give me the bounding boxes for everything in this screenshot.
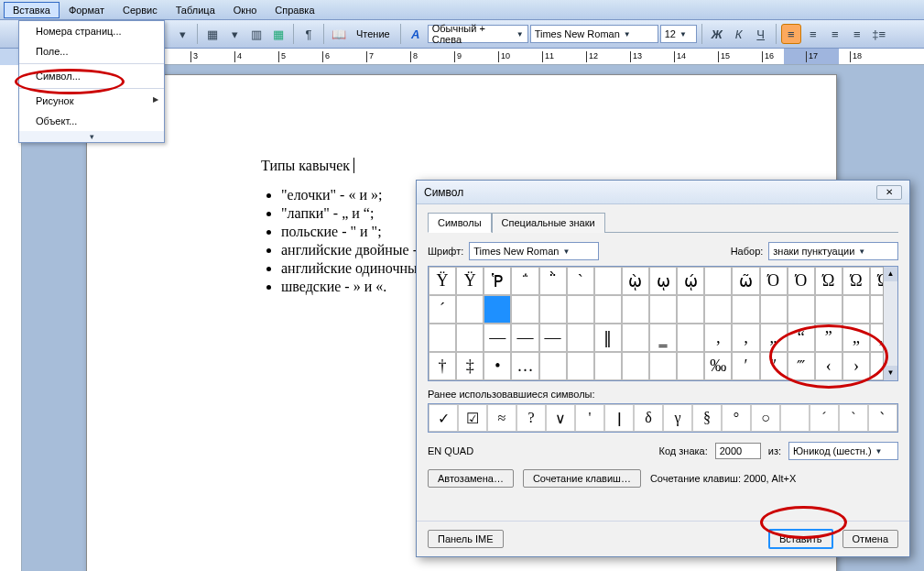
symbol-cell[interactable] <box>511 295 538 324</box>
symbol-cell[interactable]: ― <box>539 324 567 352</box>
recent-symbol-cell[interactable]: ´ <box>810 404 839 432</box>
styles-icon[interactable]: A <box>406 24 426 44</box>
symbol-cell[interactable]: ´ <box>429 295 456 324</box>
symbol-cell[interactable]: ῳ <box>649 267 677 295</box>
symbol-cell[interactable]: ‹ <box>815 352 842 380</box>
recent-symbol-cell[interactable]: § <box>692 404 722 432</box>
recent-symbol-cell[interactable]: ∨ <box>546 404 575 432</box>
bold-icon[interactable]: Ж <box>707 24 727 44</box>
symbol-cell[interactable]: „ <box>760 324 788 352</box>
recent-symbol-cell[interactable]: ≈ <box>487 404 516 432</box>
symbol-cell[interactable] <box>704 267 732 295</box>
columns-icon[interactable]: ▥ <box>246 24 266 44</box>
recent-symbol-cell[interactable]: ǀ <box>604 404 634 432</box>
recent-symbol-cell[interactable]: ✓ <box>429 404 458 432</box>
symbol-cell[interactable]: Ώ <box>842 267 870 295</box>
align-center-icon[interactable]: ≡ <box>803 24 823 44</box>
symbol-cell[interactable]: Ό <box>788 267 815 295</box>
autocorrect-button[interactable]: Автозамена… <box>428 469 514 488</box>
symbol-cell[interactable] <box>704 295 732 324</box>
symbol-cell[interactable] <box>622 352 649 380</box>
symbol-cell[interactable] <box>815 295 842 324</box>
insert-button[interactable]: Вставить <box>768 529 833 549</box>
symbol-cell[interactable] <box>677 352 704 380</box>
align-justify-icon[interactable]: ≡ <box>847 24 867 44</box>
recent-symbol-cell[interactable]: ☑ <box>458 404 487 432</box>
recent-symbol-cell[interactable]: ° <box>722 404 751 432</box>
reading-label[interactable]: Чтение <box>351 28 396 39</box>
symbol-cell[interactable]: Ώ <box>815 267 842 295</box>
table-icon[interactable]: ▦ <box>202 24 223 44</box>
align-right-icon[interactable]: ≡ <box>825 24 845 44</box>
symbol-cell[interactable]: Ό <box>760 267 788 295</box>
symbol-cell[interactable]: Ῥ <box>484 267 511 295</box>
menu-symbol[interactable]: Символ... <box>19 66 164 86</box>
menu-item-service[interactable]: Сервис <box>114 2 167 18</box>
style-combo[interactable]: Обычный + Слева▼ <box>428 25 528 43</box>
menu-item-format[interactable]: Формат <box>60 2 114 18</box>
symbol-cell[interactable] <box>622 295 649 324</box>
symbol-cell[interactable]: … <box>511 352 538 380</box>
symbol-cell[interactable]: ` <box>567 267 594 295</box>
symbol-cell[interactable] <box>539 352 567 380</box>
symbol-cell[interactable]: ῶ <box>732 267 759 295</box>
symbol-cell[interactable]: — <box>511 324 538 352</box>
font-select[interactable]: Times New Roman▼ <box>469 242 599 260</box>
symbol-cell[interactable] <box>567 295 594 324</box>
symbol-cell[interactable]: • <box>484 352 511 380</box>
symbol-cell[interactable] <box>622 324 649 352</box>
dialog-titlebar[interactable]: Символ ✕ <box>417 181 909 204</box>
symbol-cell[interactable]: ῭ <box>539 267 567 295</box>
symbol-cell[interactable]: “ <box>788 324 815 352</box>
tool-icon[interactable]: ▾ <box>172 24 192 44</box>
menu-page-numbers[interactable]: Номера страниц... <box>19 21 164 41</box>
shortcut-button[interactable]: Сочетание клавиш… <box>523 469 641 488</box>
menu-item-insert[interactable]: Вставка <box>4 2 60 18</box>
recent-symbol-cell[interactable]: ` <box>839 404 868 432</box>
symbol-cell[interactable]: ” <box>815 324 842 352</box>
symbol-cell[interactable] <box>594 267 622 295</box>
symbol-cell[interactable]: — <box>484 324 511 352</box>
recent-symbol-cell[interactable]: ○ <box>751 404 780 432</box>
symbol-cell[interactable]: ‚ <box>704 324 732 352</box>
underline-icon[interactable]: Ч <box>751 24 771 44</box>
book-icon[interactable]: 📖 <box>329 24 349 44</box>
italic-icon[interactable]: К <box>729 24 749 44</box>
symbol-cell[interactable]: ‖ <box>594 324 622 352</box>
menu-expand[interactable]: ▾ <box>19 131 164 142</box>
symbol-cell[interactable] <box>649 295 677 324</box>
symbol-cell[interactable]: Ϋ <box>456 267 484 295</box>
recent-symbol-cell[interactable]: ' <box>575 404 604 432</box>
symbol-cell[interactable]: ′ <box>732 352 759 380</box>
symbol-cell[interactable] <box>456 295 484 324</box>
symbol-cell[interactable]: › <box>842 352 870 380</box>
symbol-cell[interactable] <box>539 295 567 324</box>
symbol-cell[interactable]: ῴ <box>677 267 704 295</box>
from-select[interactable]: Юникод (шестн.)▼ <box>788 442 898 460</box>
symbol-cell[interactable] <box>788 295 815 324</box>
ime-button[interactable]: Панель IME <box>428 530 504 548</box>
close-icon[interactable]: ✕ <box>876 185 902 200</box>
tab-special[interactable]: Специальные знаки <box>492 213 605 233</box>
symbol-cell[interactable]: ΅ <box>511 267 538 295</box>
scrollbar[interactable]: ▲ ▼ <box>883 267 897 380</box>
menu-item-help[interactable]: Справка <box>266 2 323 18</box>
menu-picture[interactable]: Рисунок <box>19 91 164 111</box>
recent-symbol-cell[interactable] <box>780 404 810 432</box>
menu-object[interactable]: Объект... <box>19 111 164 131</box>
symbol-cell[interactable]: ‡ <box>456 352 484 380</box>
symbol-cell[interactable]: ″ <box>760 352 788 380</box>
symbol-cell[interactable] <box>594 352 622 380</box>
scroll-up-icon[interactable]: ▲ <box>884 267 897 281</box>
symbol-cell[interactable]: „ <box>842 324 870 352</box>
menu-item-window[interactable]: Окно <box>224 2 266 18</box>
recent-symbol-cell[interactable]: ˋ <box>868 404 897 432</box>
symbol-cell[interactable] <box>842 295 870 324</box>
font-combo[interactable]: Times New Roman▼ <box>530 25 658 43</box>
symbol-cell[interactable] <box>649 352 677 380</box>
symbol-cell[interactable] <box>732 295 759 324</box>
recent-symbol-cell[interactable]: γ <box>663 404 692 432</box>
tab-symbols[interactable]: Символы <box>428 213 492 233</box>
symbol-cell[interactable]: ῲ <box>622 267 649 295</box>
align-left-icon[interactable]: ≡ <box>781 24 801 44</box>
